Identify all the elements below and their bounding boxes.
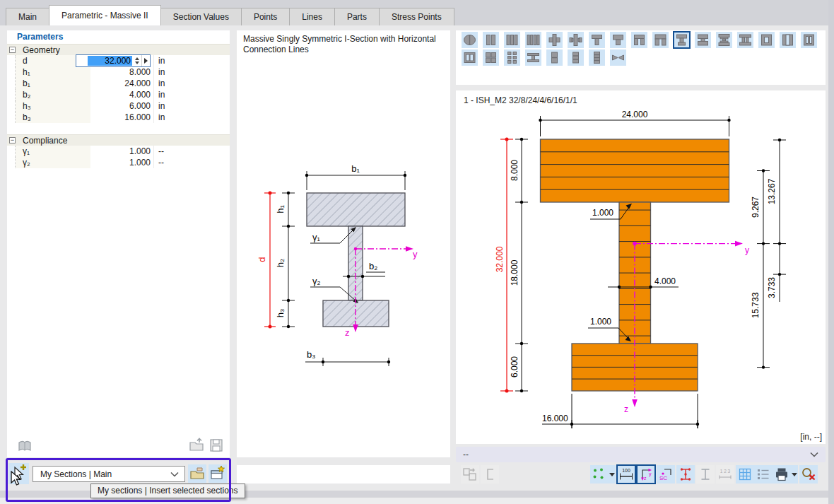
group-header-compliance[interactable]: −Compliance (7, 134, 230, 146)
spacer-row (7, 123, 230, 134)
param-row-h: h₁8.000in (7, 66, 230, 78)
window-2pane-icon[interactable] (462, 49, 478, 66)
tee-1-icon[interactable] (589, 32, 605, 48)
shear-center-button[interactable]: SC (657, 465, 675, 484)
bars-4-icon[interactable] (525, 32, 541, 48)
param-value-input[interactable]: 32.000 (76, 54, 151, 67)
axes-button[interactable]: yz (637, 465, 655, 484)
tree-guide (7, 78, 16, 89)
tab-parts[interactable]: Parts (334, 8, 380, 25)
library-book-icon[interactable] (16, 438, 33, 455)
param-unit: in (153, 78, 230, 89)
favorites-manage-button[interactable] (188, 464, 206, 483)
tree-guide (7, 146, 16, 157)
bars-3-icon[interactable] (504, 32, 520, 48)
i-beam-h-icon[interactable] (525, 49, 541, 66)
section-drawing: 24.000 8.000 18.000 6.000 32.000 (456, 110, 826, 444)
dim-h2: h₂ (275, 259, 286, 267)
axis-z-label: z (624, 404, 628, 414)
stack-2-icon[interactable] (546, 49, 563, 66)
spin-up-icon[interactable] (135, 57, 139, 60)
box-hole-icon[interactable] (758, 32, 775, 48)
param-value[interactable]: 6.000 (90, 100, 153, 112)
dropdown-caret-icon[interactable] (792, 473, 797, 476)
spinner-arrows-icon[interactable] (133, 55, 141, 66)
i-double-flange-icon[interactable] (716, 32, 732, 48)
box-slot-icon[interactable] (780, 32, 796, 48)
stress-points-button[interactable] (676, 465, 695, 484)
section-description-panel: Massive Singly Symmetric I-Section with … (237, 30, 450, 457)
tab-main[interactable]: Main (6, 8, 49, 25)
bars-2-icon[interactable] (483, 32, 499, 48)
tee-2-icon[interactable] (610, 32, 626, 48)
zoom-reset-button[interactable] (799, 465, 818, 484)
param-row-d: d32.000in (7, 55, 230, 66)
insert-sections-button[interactable] (8, 463, 29, 484)
save-icon[interactable] (208, 437, 225, 454)
points-display-button[interactable] (590, 465, 616, 484)
cursor-plus-icon (8, 463, 29, 484)
dim-b3: b₃ (307, 349, 316, 360)
param-row-b: b₂4.000in (7, 89, 230, 100)
param-value[interactable]: 24.000 (90, 78, 153, 89)
tab-points[interactable]: Points (241, 8, 290, 25)
tab-section-values[interactable]: Section Values (160, 8, 242, 25)
dimensions-button[interactable]: 100 (617, 465, 635, 484)
new-list-star-icon (209, 465, 226, 482)
tree-guide (7, 157, 16, 168)
param-unit: in (153, 89, 230, 100)
details-list-button[interactable] (754, 465, 773, 484)
i-symmetric-icon[interactable] (695, 32, 711, 48)
tooltip: My sections | Insert selected sections (90, 484, 245, 498)
bowtie-icon[interactable] (610, 49, 626, 66)
param-value[interactable]: 8.000 (90, 66, 153, 78)
tree-guide (7, 55, 16, 66)
dim-e-tf: 9.267 (751, 197, 760, 218)
param-value[interactable]: 1.000 (90, 146, 153, 157)
cross-1-icon[interactable] (546, 32, 563, 48)
param-value[interactable]: 1.000 (90, 157, 153, 168)
label-gamma1: γ₁ (312, 232, 321, 242)
dimensions-icon: 100 (618, 466, 635, 483)
result-dropdown[interactable]: -- (456, 447, 826, 462)
param-label: h₃ (16, 100, 90, 112)
rounded-2part-icon[interactable] (462, 32, 478, 48)
favorites-new-button[interactable] (208, 464, 227, 483)
param-value[interactable]: 16.000 (90, 112, 153, 123)
axis-y-label: y (745, 245, 749, 255)
box-bars-icon[interactable] (801, 32, 817, 48)
u-channel-2-icon[interactable] (652, 32, 669, 48)
u-channel-1-icon[interactable] (631, 32, 647, 48)
grid-button[interactable] (736, 465, 754, 484)
cross-2-icon[interactable] (568, 32, 584, 48)
tab-parametric-massive-ii[interactable]: Parametric - Massive II (49, 5, 161, 25)
formula-arrow-button[interactable] (141, 55, 150, 66)
collapse-icon[interactable]: − (9, 137, 16, 143)
zoom-reset-icon (800, 466, 817, 483)
tab-lines[interactable]: Lines (289, 8, 335, 25)
param-row-b: b₁24.000in (7, 78, 230, 89)
window-right-band (828, 0, 834, 504)
grid-4-icon[interactable] (483, 49, 499, 66)
spin-down-icon[interactable] (135, 61, 139, 64)
i-singly-symmetric-icon[interactable] (674, 32, 690, 48)
details-list-icon (755, 466, 772, 483)
i-two-webs-icon[interactable] (737, 32, 753, 48)
section-drawing-panel: 1 - ISH_M2 32/8/24/4/6/16/1/1 (456, 90, 826, 444)
dim-e-web: 3.733 (767, 277, 777, 298)
axis-y-label: y (413, 249, 418, 259)
import-folder-icon[interactable] (188, 437, 205, 454)
group-header-geometry[interactable]: −Geometry (7, 44, 230, 55)
grid-6-icon[interactable] (504, 49, 520, 66)
tab-stress-points[interactable]: Stress Points (379, 8, 454, 25)
stack-4-icon[interactable] (589, 49, 605, 66)
param-unit: in (153, 55, 230, 66)
chevron-down-icon (810, 452, 818, 457)
collapse-icon[interactable]: − (9, 47, 16, 53)
axis-z-label: z (345, 327, 350, 338)
stack-3-icon[interactable] (568, 49, 584, 66)
print-button[interactable] (773, 465, 798, 484)
param-value[interactable]: 4.000 (90, 89, 153, 100)
dropdown-caret-icon[interactable] (609, 473, 615, 476)
sections-dropdown[interactable]: My Sections | Main (33, 466, 185, 482)
